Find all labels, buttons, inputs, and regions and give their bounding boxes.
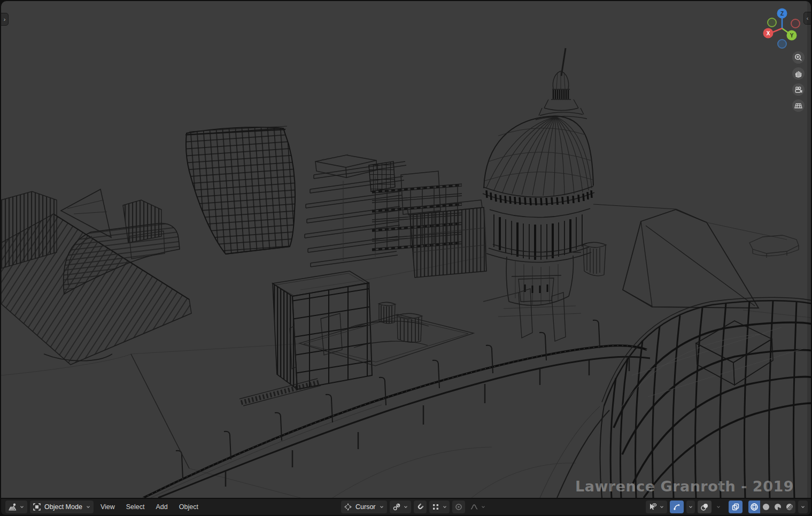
chevron-down-icon xyxy=(442,504,447,510)
chevron-down-icon xyxy=(379,504,384,510)
capitol-dome-building[interactable] xyxy=(483,48,606,317)
camera-view-icon xyxy=(794,85,803,94)
blender-window: Lawrence Granroth - 2019 Z Y X xyxy=(0,0,812,516)
chevron-down-icon xyxy=(659,504,664,510)
object-mode-icon xyxy=(33,503,41,511)
menu-add[interactable]: Add xyxy=(152,502,172,512)
shading-wireframe-button[interactable] xyxy=(748,500,760,513)
elevated-roadway[interactable] xyxy=(131,320,650,498)
proportional-editing-icon xyxy=(454,503,463,511)
pivot-point-dropdown[interactable]: Cursor xyxy=(341,500,387,513)
editor-type-dropdown[interactable] xyxy=(5,500,27,513)
chevron-down-icon xyxy=(19,504,25,510)
chevron-down-icon xyxy=(800,504,806,510)
shading-mode-switch xyxy=(748,500,795,513)
proportional-editing-button[interactable] xyxy=(452,500,465,513)
axis-y-label: Y xyxy=(790,33,794,38)
axis-x-label: X xyxy=(767,30,770,36)
axis-neg-y-ball[interactable] xyxy=(768,18,776,27)
viewport-scene xyxy=(1,1,811,498)
viewport-3d[interactable]: Lawrence Granroth - 2019 Z Y X xyxy=(1,1,811,498)
grid-box-building[interactable] xyxy=(273,271,372,389)
shading-settings-dropdown[interactable] xyxy=(798,500,808,513)
chevron-down-icon xyxy=(716,504,721,510)
perspective-grid-icon xyxy=(794,101,803,110)
pan-hand-icon xyxy=(794,69,803,78)
show-overlays-toggle[interactable] xyxy=(698,500,712,513)
leaning-monolith[interactable] xyxy=(593,204,787,308)
axis-neg-x-ball[interactable] xyxy=(791,19,800,28)
axis-navigation-gizmo[interactable]: Z Y X xyxy=(762,4,802,51)
left-curved-buildings[interactable] xyxy=(1,189,191,365)
shading-rendered-button[interactable] xyxy=(784,500,795,513)
gizmo-settings-dropdown[interactable] xyxy=(686,500,695,513)
chevron-down-icon xyxy=(688,504,693,510)
transform-orientation-icon xyxy=(392,503,401,511)
menu-select[interactable]: Select xyxy=(122,502,149,512)
window-grid-tower[interactable] xyxy=(185,126,295,254)
shading-solid-icon xyxy=(762,503,770,511)
snap-settings-dropdown[interactable] xyxy=(429,500,450,513)
xray-toggle[interactable] xyxy=(729,500,743,513)
object-visibility-dropdown[interactable] xyxy=(646,500,667,513)
show-gizmo-toggle[interactable] xyxy=(670,500,684,513)
sidebar-shade xyxy=(807,1,811,498)
viewport-nav-tools xyxy=(792,51,805,112)
zoom-button[interactable] xyxy=(792,51,805,64)
shading-material-icon xyxy=(774,503,782,511)
snap-increment-icon xyxy=(431,503,440,511)
menu-view[interactable]: View xyxy=(96,502,119,512)
round-tower-building[interactable] xyxy=(540,297,811,498)
camera-view-button[interactable] xyxy=(792,83,805,96)
mode-dropdown[interactable]: Object Mode xyxy=(30,500,94,513)
chevron-down-icon xyxy=(403,504,408,510)
shading-material-button[interactable] xyxy=(772,500,784,513)
object-visibility-icon xyxy=(648,503,657,511)
shading-rendered-icon xyxy=(785,503,794,511)
overlays-toggle-icon xyxy=(700,503,709,511)
axis-neg-z-ball[interactable] xyxy=(778,40,786,48)
mode-label: Object Mode xyxy=(43,503,83,511)
chevron-down-icon xyxy=(481,504,486,510)
flat-disc[interactable] xyxy=(749,235,799,258)
pivot-cursor-icon xyxy=(344,503,352,511)
shading-wireframe-icon xyxy=(750,503,759,511)
axis-z-label: Z xyxy=(780,11,784,17)
toolbar-expand-tab[interactable]: › xyxy=(1,13,9,26)
xray-toggle-icon xyxy=(731,503,740,511)
watermark-text: Lawrence Granroth - 2019 xyxy=(575,478,794,495)
gizmo-toggle-icon xyxy=(672,503,681,511)
shading-solid-button[interactable] xyxy=(760,500,772,513)
proportional-falloff-dropdown[interactable] xyxy=(468,500,488,513)
zoom-icon xyxy=(794,53,803,62)
pivot-label: Cursor xyxy=(354,503,377,511)
falloff-curve-icon xyxy=(470,503,478,511)
pan-button[interactable] xyxy=(792,67,805,80)
perspective-toggle-button[interactable] xyxy=(792,99,805,112)
3d-viewport-editor-icon xyxy=(8,503,17,512)
snap-toggle-button[interactable] xyxy=(414,500,427,513)
chevron-down-icon xyxy=(86,504,91,510)
transform-orientation-dropdown[interactable] xyxy=(390,500,411,513)
menu-object[interactable]: Object xyxy=(175,502,203,512)
snap-magnet-icon xyxy=(416,503,424,511)
overlays-settings-dropdown[interactable] xyxy=(714,500,723,513)
viewport-header: Object Mode View Select Add Object Curso… xyxy=(1,499,811,515)
